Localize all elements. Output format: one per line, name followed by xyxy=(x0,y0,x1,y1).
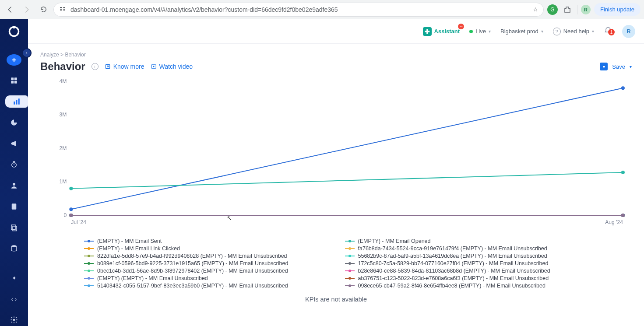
legend-item[interactable]: 55682b9c-87ad-5af9-a5bf-13a4619dc8ea (EM… xyxy=(345,253,588,259)
legend-item[interactable]: 822dfa1e-5dd8-57e9-b4ad-f992d9408b28 (EM… xyxy=(84,253,327,259)
user-avatar[interactable]: R xyxy=(622,25,635,38)
legend-swatch xyxy=(84,241,94,242)
legend-label: ab376751-c123-5022-823d-e7608a6ca6f3 (EM… xyxy=(358,275,549,281)
legend-label: 098ece65-cb47-59a2-8f46-8e654ffb4ee8 (EM… xyxy=(358,283,545,289)
legend-item[interactable]: (EMPTY) (EMPTY) - MM Email Unsubscribed xyxy=(84,275,327,281)
chevron-down-icon: ▾ xyxy=(592,29,594,34)
extensions-icon[interactable] xyxy=(561,4,574,16)
notification-count: 1 xyxy=(608,29,615,35)
know-more-label: Know more xyxy=(113,63,144,70)
nav-code-icon[interactable]: ‹ › xyxy=(6,293,22,305)
nav-settings-icon[interactable] xyxy=(6,314,22,326)
svg-point-54 xyxy=(621,214,625,217)
svg-text:0: 0 xyxy=(64,212,67,218)
svg-text:2M: 2M xyxy=(59,145,67,151)
logo-icon[interactable] xyxy=(7,25,21,38)
legend-item[interactable]: 172c5c80-7c5a-5829-bb74-077160e27f04 (EM… xyxy=(345,260,588,266)
svg-rect-1 xyxy=(60,9,62,11)
assistant-button[interactable]: ✚ Assistant ∞ xyxy=(423,27,460,36)
finish-update-button[interactable]: Finish update xyxy=(594,3,640,16)
grammarly-icon[interactable]: G xyxy=(547,4,558,15)
svg-rect-3 xyxy=(63,9,65,11)
forward-button[interactable] xyxy=(20,3,33,16)
nav-timer-icon[interactable] xyxy=(6,158,22,171)
legend-item[interactable]: b089e1cf-0596-5bd9-9225-3731e1915a65 (EM… xyxy=(84,260,327,266)
nav-pie-icon[interactable] xyxy=(6,116,22,129)
chevron-down-icon: ▾ xyxy=(541,29,543,34)
info-icon[interactable]: i xyxy=(91,63,99,70)
legend-label: b28e8640-ce88-5839-84da-81103ac68b8d (EM… xyxy=(358,268,550,274)
legend-label: 822dfa1e-5dd8-57e9-b4ad-f992d9408b28 (EM… xyxy=(97,253,287,259)
legend-item[interactable]: b28e8640-ce88-5839-84da-81103ac68b8d (EM… xyxy=(345,268,588,274)
svg-rect-8 xyxy=(11,81,14,84)
svg-point-28 xyxy=(621,86,625,90)
assistant-plus-icon: ✚ xyxy=(423,27,432,36)
legend-item[interactable]: ab376751-c123-5022-823d-e7608a6ca6f3 (EM… xyxy=(345,275,588,281)
chart-legend: (EMPTY) - MM Email Sent(EMPTY) - MM Emai… xyxy=(40,238,632,289)
legend-swatch xyxy=(345,263,355,264)
nav-content-icon[interactable] xyxy=(6,200,22,213)
svg-point-30 xyxy=(621,171,625,174)
save-button[interactable]: ▾ Save ▾ xyxy=(600,63,632,70)
org-selector[interactable]: Bigbasket prod ▾ xyxy=(500,28,543,35)
svg-rect-7 xyxy=(14,78,17,81)
svg-rect-12 xyxy=(18,98,20,105)
environment-selector[interactable]: Live ▾ xyxy=(469,28,491,35)
legend-item[interactable]: (EMPTY) - MM Email Link Clicked xyxy=(84,245,327,252)
breadcrumb-sep: > xyxy=(60,52,63,58)
live-label: Live xyxy=(475,28,486,35)
legend-item[interactable]: 0bec1c4b-3dd1-56ae-8d9b-3f8972978402 (EM… xyxy=(84,268,327,274)
legend-swatch xyxy=(84,285,94,286)
watch-video-label: Watch video xyxy=(159,63,193,70)
watch-video-link[interactable]: Watch video xyxy=(151,63,193,70)
notifications-button[interactable]: 1 xyxy=(604,26,612,36)
org-label: Bigbasket prod xyxy=(500,28,538,35)
breadcrumb: Analyze > Behavior xyxy=(40,52,632,58)
breadcrumb-analyze[interactable]: Analyze xyxy=(40,52,59,58)
svg-rect-6 xyxy=(11,78,14,81)
legend-label: 51403432-c055-5157-9bef-83e3ec3a59b0 (EM… xyxy=(97,283,288,289)
assistant-label: Assistant xyxy=(434,28,460,35)
svg-rect-17 xyxy=(13,226,17,231)
legend-label: (EMPTY) - MM Email Opened xyxy=(358,238,431,244)
legend-swatch xyxy=(345,248,355,249)
legend-item[interactable]: fa76b8da-7434-5524-9cca-919e761479f4 (EM… xyxy=(345,245,588,252)
legend-swatch xyxy=(84,263,94,264)
profile-avatar[interactable]: R xyxy=(581,5,591,14)
site-info-icon[interactable] xyxy=(59,5,66,14)
legend-swatch xyxy=(84,270,94,271)
nav-analytics-icon[interactable] xyxy=(5,95,28,108)
create-button[interactable]: + xyxy=(7,54,21,66)
svg-text:3M: 3M xyxy=(59,112,67,118)
nav-copy-icon[interactable] xyxy=(6,221,22,234)
nav-campaign-icon[interactable] xyxy=(6,137,22,150)
legend-item[interactable]: 51403432-c055-5157-9bef-83e3ec3a59b0 (EM… xyxy=(84,283,327,289)
legend-swatch xyxy=(345,285,355,286)
svg-point-19 xyxy=(13,319,15,321)
save-label: Save xyxy=(612,63,625,70)
expand-sidebar-button[interactable]: › xyxy=(22,48,32,58)
bookmark-star-icon[interactable]: ☆ xyxy=(533,6,538,13)
page-title: Behavior xyxy=(40,60,85,73)
nav-data-icon[interactable] xyxy=(6,242,22,254)
legend-label: b089e1cf-0596-5bd9-9225-3731e1915a65 (EM… xyxy=(97,260,288,266)
nav-users-icon[interactable] xyxy=(6,179,22,192)
help-label: Need help xyxy=(563,28,589,35)
legend-item[interactable]: (EMPTY) - MM Email Opened xyxy=(345,238,588,244)
legend-item[interactable]: 098ece65-cb47-59a2-8f46-8e654ffb4ee8 (EM… xyxy=(345,283,588,289)
help-icon: ? xyxy=(553,28,561,35)
legend-swatch xyxy=(84,256,94,256)
nav-tools-icon[interactable]: ✦ xyxy=(6,272,22,284)
svg-point-18 xyxy=(11,245,17,248)
url-bar[interactable]: dashboard-01.moengage.com/v4/#/analytics… xyxy=(53,3,544,17)
line-chart[interactable]: 01M2M3M4MJul '24Aug '24 xyxy=(53,77,627,226)
know-more-link[interactable]: Know more xyxy=(105,63,144,70)
back-button[interactable] xyxy=(4,3,17,16)
help-menu[interactable]: ? Need help ▾ xyxy=(553,28,594,35)
svg-rect-11 xyxy=(16,100,18,105)
reload-button[interactable] xyxy=(37,3,50,16)
legend-label: (EMPTY) - MM Email Sent xyxy=(97,238,162,244)
legend-item[interactable]: (EMPTY) - MM Email Sent xyxy=(84,238,327,244)
nav-dashboard-icon[interactable] xyxy=(6,74,22,87)
svg-point-14 xyxy=(13,183,15,186)
